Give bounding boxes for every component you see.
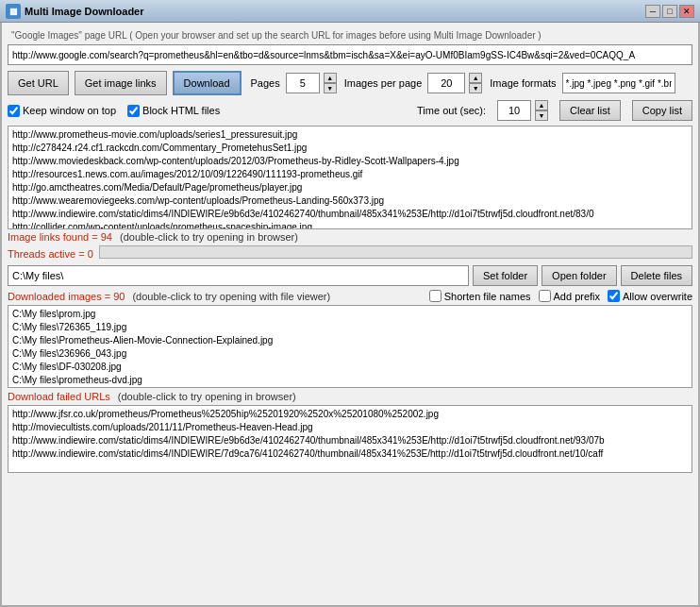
image-formats-input[interactable] bbox=[562, 73, 675, 93]
allow-overwrite-text: Allow overwrite bbox=[623, 291, 692, 302]
keep-window-on-top-text: Keep window on top bbox=[23, 105, 116, 116]
get-url-button[interactable]: Get URL bbox=[8, 71, 69, 95]
images-up[interactable]: ▲ bbox=[469, 73, 482, 83]
download-button[interactable]: Download bbox=[173, 71, 242, 95]
pages-spinner: ▲ ▼ bbox=[286, 73, 337, 93]
pages-up[interactable]: ▲ bbox=[324, 73, 337, 83]
images-per-page-label: Images per page bbox=[344, 77, 423, 89]
failed-urls-note: (double-click to try opening in browser) bbox=[118, 391, 296, 402]
file-item-7[interactable]: C:\My files\Prometheus-Idris-Elba-585x39… bbox=[10, 387, 690, 388]
clear-list-button[interactable]: Clear list bbox=[559, 100, 621, 121]
failed-url-2[interactable]: http://moviecultists.com/uploads/2011/11… bbox=[10, 421, 690, 434]
file-item-1[interactable]: C:\My files\prom.jpg bbox=[10, 308, 690, 321]
allow-overwrite-label[interactable]: Allow overwrite bbox=[608, 290, 692, 302]
pages-label: Pages bbox=[251, 77, 280, 89]
close-button[interactable]: ✕ bbox=[679, 5, 694, 18]
add-prefix-text: Add prefix bbox=[554, 291, 601, 302]
failed-url-3[interactable]: http://www.indiewire.com/static/dims4/IN… bbox=[10, 434, 690, 447]
main-buttons-row: Get URL Get image links Download Pages ▲… bbox=[8, 71, 692, 95]
minimize-button[interactable]: ─ bbox=[645, 5, 660, 18]
maximize-button[interactable]: □ bbox=[662, 5, 677, 18]
shorten-file-names-checkbox[interactable] bbox=[429, 290, 442, 302]
block-html-files-checkbox[interactable] bbox=[127, 105, 140, 117]
delete-files-button[interactable]: Delete files bbox=[621, 265, 692, 286]
file-item-3[interactable]: C:\My files\Prometheus-Alien-Movie-Conne… bbox=[10, 334, 690, 347]
open-folder-button[interactable]: Open folder bbox=[542, 265, 616, 286]
progress-bar-container bbox=[99, 245, 692, 259]
title-bar: ▦ Multi Image Downloader ─ □ ✕ bbox=[0, 0, 700, 23]
url-input[interactable] bbox=[8, 44, 692, 65]
threads-row: Threads active = 0 bbox=[8, 245, 692, 262]
set-folder-button[interactable]: Set folder bbox=[473, 265, 538, 286]
link-item-5[interactable]: http://go.amctheatres.com/Media/Default/… bbox=[10, 181, 690, 194]
window-controls: ─ □ ✕ bbox=[645, 5, 694, 18]
shorten-file-names-label[interactable]: Shorten file names bbox=[429, 290, 531, 302]
downloaded-files-list[interactable]: C:\My files\prom.jpg C:\My files\726365_… bbox=[8, 305, 692, 388]
failed-urls-label: Download failed URLs bbox=[8, 391, 110, 402]
add-prefix-label[interactable]: Add prefix bbox=[539, 290, 601, 302]
image-links-list[interactable]: http://www.prometheus-movie.com/uploads/… bbox=[8, 126, 692, 229]
threads-active-label: Threads active = 0 bbox=[8, 248, 93, 260]
images-down[interactable]: ▼ bbox=[469, 83, 482, 93]
folder-row: Set folder Open folder Delete files bbox=[8, 265, 692, 286]
failed-url-4[interactable]: http://www.indiewire.com/static/dims4/IN… bbox=[10, 447, 690, 461]
pages-input[interactable] bbox=[286, 73, 320, 93]
image-links-found-note: (double-click to try opening in browser) bbox=[120, 231, 298, 243]
timeout-up[interactable]: ▲ bbox=[535, 100, 548, 110]
link-item-1[interactable]: http://www.prometheus-movie.com/uploads/… bbox=[10, 128, 690, 142]
copy-list-button[interactable]: Copy list bbox=[632, 100, 692, 121]
downloaded-images-note: (double-click to try opening with file v… bbox=[132, 291, 330, 302]
keep-window-on-top-label[interactable]: Keep window on top bbox=[8, 105, 116, 117]
timeout-spinner: ▲ ▼ bbox=[497, 100, 548, 121]
timeout-input[interactable] bbox=[497, 100, 531, 121]
url-label: "Google Images" page URL ( Open your bro… bbox=[8, 28, 692, 42]
failed-url-1[interactable]: http://www.jfsr.co.uk/prometheus/Prometh… bbox=[10, 408, 690, 421]
shorten-file-names-text: Shorten file names bbox=[444, 291, 531, 302]
app-icon: ▦ bbox=[6, 4, 21, 19]
options-row: Keep window on top Block HTML files Time… bbox=[8, 100, 692, 121]
timeout-label: Time out (sec): bbox=[417, 105, 486, 116]
link-item-3[interactable]: http://www.moviedeskback.com/wp-content/… bbox=[10, 155, 690, 168]
link-item-6[interactable]: http://www.wearemoviegeeks.com/wp-conten… bbox=[10, 194, 690, 208]
window-title: Multi Image Downloader bbox=[25, 6, 642, 17]
link-item-8[interactable]: http://collider.com/wp-content/uploads/p… bbox=[10, 221, 690, 229]
folder-input[interactable] bbox=[8, 265, 469, 286]
main-window: "Google Images" page URL ( Open your bro… bbox=[0, 23, 700, 607]
get-image-links-button[interactable]: Get image links bbox=[75, 71, 167, 95]
file-item-4[interactable]: C:\My files\236966_043.jpg bbox=[10, 347, 690, 361]
link-item-7[interactable]: http://www.indiewire.com/static/dims4/IN… bbox=[10, 208, 690, 221]
file-item-2[interactable]: C:\My files\726365_119.jpg bbox=[10, 321, 690, 334]
images-per-page-input[interactable] bbox=[427, 73, 465, 93]
link-item-4[interactable]: http://resources1.news.com.au/images/201… bbox=[10, 168, 690, 181]
images-per-page-spinner: ▲ ▼ bbox=[427, 73, 482, 93]
file-item-6[interactable]: C:\My files\prometheus-dvd.jpg bbox=[10, 374, 690, 387]
block-html-files-label[interactable]: Block HTML files bbox=[127, 105, 220, 117]
image-formats-label: Image formats bbox=[490, 77, 556, 89]
add-prefix-checkbox[interactable] bbox=[539, 290, 551, 302]
file-item-5[interactable]: C:\My files\DF-030208.jpg bbox=[10, 361, 690, 374]
link-item-2[interactable]: http://c278424.r24.cf1.rackcdn.com/Comme… bbox=[10, 142, 690, 155]
allow-overwrite-checkbox[interactable] bbox=[608, 290, 620, 302]
timeout-down[interactable]: ▼ bbox=[535, 110, 548, 121]
block-html-files-text: Block HTML files bbox=[142, 105, 220, 116]
keep-window-on-top-checkbox[interactable] bbox=[8, 105, 20, 117]
pages-down[interactable]: ▼ bbox=[324, 83, 337, 93]
downloaded-images-label: Downloaded images = 90 bbox=[8, 291, 125, 302]
failed-urls-list[interactable]: http://www.jfsr.co.uk/prometheus/Prometh… bbox=[8, 405, 692, 473]
image-links-found: Image links found = 94 bbox=[8, 231, 112, 243]
